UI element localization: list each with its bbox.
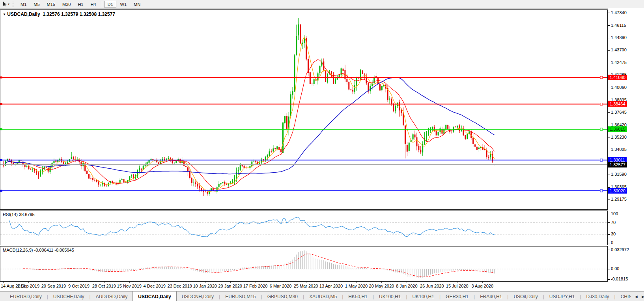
timeframe-button-d1[interactable]: D1 bbox=[105, 1, 116, 8]
chart-tab-dj30-daily[interactable]: DJ30,Daily bbox=[581, 292, 614, 301]
chart-tab-xauusd-m5[interactable]: XAUUSD,M5 bbox=[304, 292, 342, 301]
chart-tab-usdjpy-h1[interactable]: USDJPY,H1 bbox=[544, 292, 580, 301]
price-tick-label: 1.35230 bbox=[611, 135, 627, 139]
price-tick-label: 1.37645 bbox=[611, 110, 627, 115]
rsi-tick-mark bbox=[608, 214, 610, 214]
date-label: 15 Jul 2020 bbox=[446, 284, 469, 288]
date-tick-mark bbox=[331, 282, 331, 283]
price-tick-mark bbox=[608, 125, 610, 125]
timeframe-buttons: M1M5M15M30H1H4D1W1MN bbox=[17, 0, 144, 8]
date-label: 28 Oct 2019 bbox=[92, 284, 116, 288]
macd-tick-mark bbox=[608, 269, 610, 269]
chart-tab-usdcad-daily[interactable]: USDCAD,Daily bbox=[133, 291, 176, 301]
date-tick-mark bbox=[457, 282, 457, 283]
price-tick-label: 1.34005 bbox=[611, 147, 627, 152]
price-tick-label: 1.43700 bbox=[611, 47, 627, 52]
timeframe-button-h4[interactable]: H4 bbox=[87, 1, 99, 8]
date-label: 3 Aug 2020 bbox=[471, 284, 493, 288]
scroll-left-icon[interactable]: ◀ bbox=[635, 295, 638, 299]
chart-symbol-period: USDCAD,Daily bbox=[7, 11, 40, 17]
date-tick-mark bbox=[79, 282, 79, 283]
date-tick-mark bbox=[281, 282, 281, 283]
chart-tab-usdcnh-daily[interactable]: USDCNH,Daily bbox=[177, 292, 219, 301]
rsi-tick-label: 30 bbox=[611, 231, 616, 236]
macd-tick-label: 0.032972 bbox=[611, 247, 629, 252]
macd-plot[interactable] bbox=[0, 246, 607, 281]
rsi-title: RSI(14) 38.6795 bbox=[3, 212, 35, 217]
rsi-tick-mark bbox=[608, 222, 610, 223]
current-price-chip: 1.32577 bbox=[608, 162, 627, 167]
date-tick-mark bbox=[129, 282, 130, 283]
date-label: 10 Jan 2020 bbox=[193, 284, 217, 288]
chart-tab-eurusd-m15[interactable]: EURUSD,M15 bbox=[220, 292, 261, 301]
hline-price-chip: 1.38464 bbox=[608, 101, 627, 107]
price-tick-label: 1.40060 bbox=[611, 85, 627, 90]
price-tick-mark bbox=[608, 187, 610, 188]
macd-title: MACD(12,26,9) -0.006411 -0.005945 bbox=[3, 248, 74, 252]
mt4-window: ▾ M1M5M15M30H1H4D1W1MN ▼ USDCAD,Daily 1.… bbox=[0, 0, 644, 301]
date-tick-mark bbox=[356, 282, 357, 283]
price-axis[interactable]: 1.473401.461151.448901.437001.424751.412… bbox=[608, 8, 644, 282]
date-label: 17 Feb 2020 bbox=[243, 284, 268, 288]
date-tick-mark bbox=[180, 282, 180, 283]
date-tick-mark bbox=[230, 282, 231, 283]
date-label: 9 Oct 2019 bbox=[68, 284, 90, 288]
date-label: 1 May 2020 bbox=[345, 284, 368, 288]
hline-price-chip: 1.41060 bbox=[608, 75, 627, 80]
tab-scroll-arrows: ◀ ▶ bbox=[631, 292, 644, 301]
timeframe-button-h1[interactable]: H1 bbox=[75, 1, 86, 8]
date-label: 2 Sep 2019 bbox=[17, 284, 39, 288]
chart-tab-eurusd-daily[interactable]: EURUSD,Daily bbox=[5, 292, 47, 301]
price-tick-mark bbox=[608, 25, 610, 26]
macd-tick-label: 0.00 bbox=[611, 266, 619, 271]
timeframe-button-mn[interactable]: MN bbox=[131, 1, 144, 8]
rsi-tick-label: 0 bbox=[611, 240, 613, 245]
macd-tick-mark bbox=[608, 250, 610, 250]
price-tick-mark bbox=[608, 50, 610, 51]
date-tick-mark bbox=[482, 282, 483, 283]
candlestick-chart[interactable] bbox=[0, 10, 607, 209]
price-tick-label: 1.29175 bbox=[611, 197, 627, 201]
chart-tab-usoil-daily[interactable]: USOil,Daily bbox=[508, 292, 543, 301]
chart-tab-audusd-daily[interactable]: AUDUSD,Daily bbox=[91, 292, 133, 301]
price-tick-mark bbox=[608, 38, 610, 38]
rsi-indicator-panel[interactable]: RSI(14) 38.6795 bbox=[0, 211, 608, 245]
dropdown-triangle-icon: ▼ bbox=[3, 13, 6, 16]
date-axis[interactable]: 14 Aug 20192 Sep 201920 Sep 20199 Oct 20… bbox=[0, 282, 608, 291]
chart-tab-uk100-h1[interactable]: UK100,H1 bbox=[407, 292, 439, 301]
chart-tab-ger30-h1[interactable]: GER30,H1 bbox=[441, 292, 474, 301]
macd-indicator-panel[interactable]: MACD(12,26,9) -0.006411 -0.005945 bbox=[0, 246, 608, 282]
macd-tick-mark bbox=[608, 279, 610, 280]
timeframe-button-m30[interactable]: M30 bbox=[59, 1, 74, 8]
date-tick-mark bbox=[205, 282, 205, 283]
toolbar-grip[interactable] bbox=[13, 2, 15, 7]
timeframe-button-m1[interactable]: M1 bbox=[17, 1, 30, 8]
main-chart-panel[interactable]: ▼ USDCAD,Daily 1.32576 1.32579 1.32508 1… bbox=[0, 9, 608, 210]
date-label: 23 Dec 2019 bbox=[168, 284, 192, 288]
chart-tab-usdchf-daily[interactable]: USDCHF,Daily bbox=[48, 292, 90, 301]
price-tick-label: 1.44890 bbox=[611, 35, 627, 40]
date-label: 8 Jun 2020 bbox=[396, 284, 417, 288]
date-tick-mark bbox=[54, 282, 54, 283]
chart-title: ▼ USDCAD,Daily 1.32576 1.32579 1.32508 1… bbox=[3, 11, 115, 17]
date-tick-mark bbox=[155, 282, 155, 283]
timeframe-button-w1[interactable]: W1 bbox=[117, 1, 130, 8]
date-tick-mark bbox=[3, 282, 4, 283]
chart-tab-gbpusd-m30[interactable]: GBPUSD,M30 bbox=[262, 292, 303, 301]
scroll-right-icon[interactable]: ▶ bbox=[642, 295, 644, 299]
timeframe-button-m5[interactable]: M5 bbox=[30, 1, 43, 8]
chart-ohlc-values: 1.32576 1.32579 1.32508 1.32577 bbox=[43, 11, 115, 17]
date-tick-mark bbox=[381, 282, 382, 283]
hline-price-chip: 1.30020 bbox=[608, 188, 627, 194]
rsi-plot[interactable] bbox=[0, 211, 607, 245]
price-tick-mark bbox=[608, 63, 610, 63]
chart-tab-hk50-h1[interactable]: HK50,H1 bbox=[343, 292, 373, 301]
date-label: 29 Jan 2020 bbox=[218, 284, 242, 288]
pointer-tool-icon[interactable]: ▾ bbox=[2, 1, 11, 7]
chart-tab-fra40-h1[interactable]: FRA40,H1 bbox=[475, 292, 507, 301]
price-tick-mark bbox=[608, 88, 610, 88]
cursor-arrow-icon bbox=[3, 2, 7, 7]
chart-tab-uk100-h1[interactable]: UK100,H1 bbox=[374, 292, 406, 301]
timeframe-button-m15[interactable]: M15 bbox=[44, 1, 58, 8]
date-tick-mark bbox=[407, 282, 407, 283]
